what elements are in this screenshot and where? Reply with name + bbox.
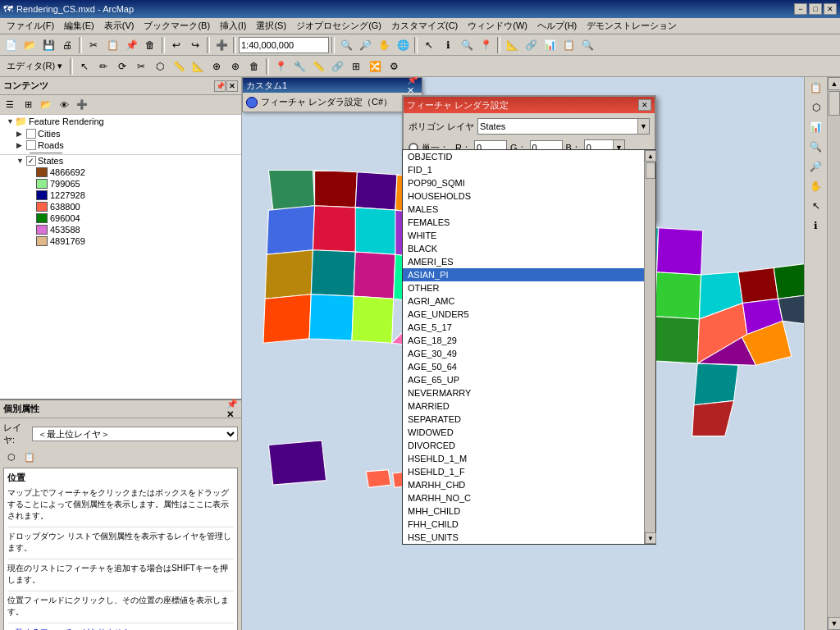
dropdown-item-11[interactable]: AGRI_AMC bbox=[403, 294, 644, 308]
state-value-2[interactable]: 799065 bbox=[0, 178, 241, 189]
edit-snap-2[interactable]: 🔧 bbox=[290, 57, 308, 75]
toc-close[interactable]: ✕ bbox=[226, 80, 238, 92]
toc-add-layer[interactable]: ➕ bbox=[74, 98, 90, 112]
state-value-4[interactable]: 638800 bbox=[0, 201, 241, 212]
rt-btn-5[interactable]: 🔎 bbox=[807, 158, 825, 176]
dropdown-item-17[interactable]: AGE_65_UP bbox=[403, 373, 644, 386]
new-button[interactable]: 📄 bbox=[2, 36, 20, 54]
dropdown-item-3[interactable]: HOUSEHOLDS bbox=[403, 189, 644, 203]
find-button[interactable]: 🔍 bbox=[458, 36, 476, 54]
dropdown-item-26[interactable]: MARHH_NO_C bbox=[403, 491, 644, 504]
custom1-pin[interactable]: 📌 bbox=[407, 77, 418, 85]
print-button[interactable]: 🖨 bbox=[58, 36, 76, 54]
edit-tool-4[interactable]: ✂ bbox=[132, 57, 150, 75]
dropdown-item-10[interactable]: OTHER bbox=[403, 281, 644, 294]
full-extent-button[interactable]: 🌐 bbox=[394, 36, 412, 54]
paste-button[interactable]: 📌 bbox=[122, 36, 140, 54]
dropdown-item-14[interactable]: AGE_18_29 bbox=[403, 334, 644, 347]
layer-cities[interactable]: ▶ Cities bbox=[0, 128, 241, 139]
layer-select[interactable]: ＜最上位レイヤ＞ bbox=[32, 427, 238, 441]
edit-snap-5[interactable]: ⊞ bbox=[347, 57, 365, 75]
menu-select[interactable]: 選択(S) bbox=[251, 18, 291, 34]
dl-scroll-down[interactable]: ▼ bbox=[645, 532, 656, 544]
toc-icon-view[interactable]: ⊞ bbox=[20, 98, 36, 112]
edit-tool-5[interactable]: ⬡ bbox=[151, 57, 169, 75]
dropdown-item-4[interactable]: MALES bbox=[403, 203, 644, 216]
check-roads[interactable] bbox=[26, 140, 36, 150]
prop-tb-1[interactable]: ⬡ bbox=[3, 450, 20, 464]
dropdown-item-18[interactable]: NEVERMARRY bbox=[403, 386, 644, 399]
dropdown-item-13[interactable]: AGE_5_17 bbox=[403, 321, 644, 334]
minimize-button[interactable]: − bbox=[794, 3, 807, 15]
toc-visibility-view[interactable]: 👁 bbox=[56, 98, 72, 112]
menu-insert[interactable]: 挿入(I) bbox=[215, 18, 251, 34]
edit-snap-4[interactable]: 🔗 bbox=[328, 57, 346, 75]
search-button[interactable]: 🔍 bbox=[578, 36, 596, 54]
scroll-up-button[interactable]: ▲ bbox=[828, 77, 840, 90]
rt-btn-7[interactable]: ↖ bbox=[807, 197, 825, 215]
dl-scroll-thumb[interactable] bbox=[646, 162, 655, 179]
prop-pin[interactable]: 📌 bbox=[226, 399, 238, 409]
menu-demo[interactable]: デモンストレーション bbox=[582, 18, 682, 34]
toc-pin[interactable]: 📌 bbox=[214, 80, 226, 92]
check-cities[interactable] bbox=[26, 129, 36, 139]
dropdown-item-7[interactable]: BLACK bbox=[403, 242, 644, 255]
prop-tb-2[interactable]: 📋 bbox=[21, 450, 38, 464]
toc-list-view[interactable]: ☰ bbox=[2, 98, 18, 112]
edit-snap-3[interactable]: 📏 bbox=[309, 57, 327, 75]
state-value-6[interactable]: 453588 bbox=[0, 224, 241, 235]
edit-tool-6[interactable]: 📏 bbox=[170, 57, 188, 75]
rt-btn-8[interactable]: ℹ bbox=[807, 217, 825, 235]
edit-tool-8[interactable]: ⊕ bbox=[208, 57, 226, 75]
cut-button[interactable]: ✂ bbox=[84, 36, 103, 54]
open-button[interactable]: 📂 bbox=[21, 36, 39, 54]
save-button[interactable]: 💾 bbox=[39, 36, 57, 54]
state-value-3[interactable]: 1227928 bbox=[0, 189, 241, 201]
dropdown-item-1[interactable]: FID_1 bbox=[403, 163, 644, 176]
close-button[interactable]: ✕ bbox=[824, 3, 837, 15]
layer-roads[interactable]: ▶ Roads bbox=[0, 139, 241, 151]
dropdown-item-15[interactable]: AGE_30_49 bbox=[403, 347, 644, 360]
redo-button[interactable]: ↪ bbox=[186, 36, 204, 54]
copy-button[interactable]: 📋 bbox=[103, 36, 121, 54]
toc-source-view[interactable]: 📂 bbox=[38, 98, 54, 112]
delete-button[interactable]: 🗑 bbox=[141, 36, 159, 54]
edit-tool-7[interactable]: 📐 bbox=[189, 57, 207, 75]
menu-edit[interactable]: 編集(E) bbox=[59, 18, 99, 34]
edit-tool-3[interactable]: ⟳ bbox=[113, 57, 131, 75]
dropdown-item-29[interactable]: HSE_UNITS bbox=[403, 531, 644, 544]
add-data-button[interactable]: ➕ bbox=[212, 36, 231, 54]
state-value-7[interactable]: 4891769 bbox=[0, 235, 241, 247]
dropdown-item-0[interactable]: OBJECTID bbox=[403, 150, 644, 163]
renderer-close-button[interactable]: ✕ bbox=[638, 99, 651, 111]
edit-tool-2[interactable]: ✏ bbox=[94, 57, 112, 75]
dropdown-item-12[interactable]: AGE_UNDER5 bbox=[403, 308, 644, 321]
edit-tool-1[interactable]: ↖ bbox=[75, 57, 94, 75]
menu-geoprocessing[interactable]: ジオプロセシング(G) bbox=[291, 18, 386, 34]
layer-states[interactable]: ▼ ✓ States bbox=[0, 155, 241, 167]
dropdown-item-19[interactable]: MARRIED bbox=[403, 399, 644, 413]
rt-btn-4[interactable]: 🔍 bbox=[807, 138, 825, 156]
dropdown-item-23[interactable]: HSEHLD_1_M bbox=[403, 452, 644, 465]
zoom-in-button[interactable]: 🔍 bbox=[337, 36, 355, 54]
undo-button[interactable]: ↩ bbox=[167, 36, 185, 54]
hyperlink-button[interactable]: 🔗 bbox=[522, 36, 540, 54]
menu-help[interactable]: ヘルプ(H) bbox=[532, 18, 582, 34]
dropdown-item-9[interactable]: ASIAN_PI bbox=[403, 268, 644, 281]
dropdown-item-28[interactable]: FHH_CHILD bbox=[403, 518, 644, 531]
menu-bookmark[interactable]: ブックマーク(B) bbox=[139, 18, 215, 34]
rt-btn-3[interactable]: 📊 bbox=[807, 118, 825, 136]
dl-scroll-up[interactable]: ▲ bbox=[645, 150, 656, 162]
dropdown-item-16[interactable]: AGE_50_64 bbox=[403, 360, 644, 373]
dropdown-item-25[interactable]: MARHH_CHD bbox=[403, 478, 644, 491]
attribute-table-button[interactable]: 📋 bbox=[559, 36, 578, 54]
map-area[interactable]: カスタム1 📌 ✕ フィーチャ レンダラ設定（C#） フィーチャ レンダラ設定 … bbox=[242, 77, 827, 630]
rt-btn-2[interactable]: ⬡ bbox=[807, 98, 825, 116]
editor-menu[interactable]: エディタ(R) ▾ bbox=[2, 57, 67, 75]
dropdown-item-20[interactable]: SEPARATED bbox=[403, 413, 644, 426]
dropdown-item-24[interactable]: HSEHLD_1_F bbox=[403, 465, 644, 478]
maximize-button[interactable]: □ bbox=[809, 3, 822, 15]
geomark-button[interactable]: 📍 bbox=[477, 36, 495, 54]
state-value-5[interactable]: 696004 bbox=[0, 212, 241, 224]
edit-tool-9[interactable]: ⊕ bbox=[226, 57, 244, 75]
